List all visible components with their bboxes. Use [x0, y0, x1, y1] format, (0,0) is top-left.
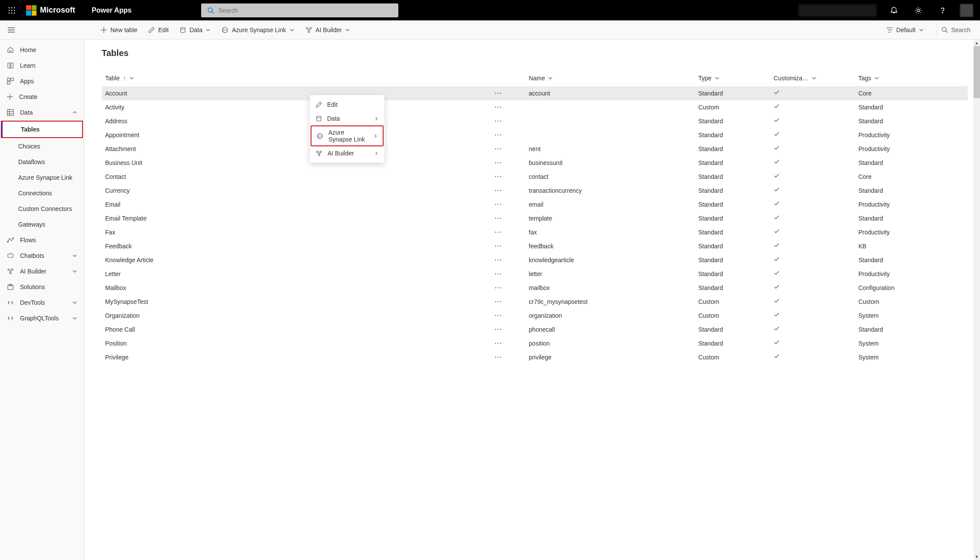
cell-type: Standard: [695, 114, 770, 128]
col-header-tags[interactable]: Tags: [855, 70, 968, 86]
nav-data[interactable]: Data: [0, 105, 84, 120]
more-options-icon[interactable]: ···: [491, 298, 506, 305]
more-options-icon[interactable]: ···: [491, 159, 506, 166]
more-options-icon[interactable]: ···: [491, 173, 506, 180]
table-row[interactable]: Currency···transactioncurrencyStandardSt…: [102, 184, 968, 198]
context-data[interactable]: Data: [310, 112, 384, 125]
global-search[interactable]: [201, 3, 398, 17]
nav-synapse-link[interactable]: Azure Synapse Link: [0, 170, 84, 185]
more-options-icon[interactable]: ···: [491, 340, 506, 347]
table-row[interactable]: Account···accountStandardCore: [102, 86, 968, 100]
col-header-name[interactable]: Name: [525, 70, 695, 86]
check-icon: [774, 353, 780, 359]
more-options-icon[interactable]: ···: [491, 145, 506, 152]
more-options-icon[interactable]: ···: [491, 118, 506, 125]
nav-ai-builder[interactable]: AI Builder: [0, 264, 84, 279]
more-options-icon[interactable]: ···: [491, 354, 506, 361]
nav-gateways[interactable]: Gateways: [0, 217, 84, 232]
col-header-customizable[interactable]: Customiza…: [770, 70, 855, 86]
table-row[interactable]: Knowledge Article···knowledgearticleStan…: [102, 253, 968, 267]
help-icon[interactable]: [936, 3, 950, 17]
sort-asc-icon: ↑: [123, 75, 126, 82]
table-row[interactable]: Email···emailStandardProductivity: [102, 198, 968, 211]
nav-choices[interactable]: Choices: [0, 138, 84, 154]
sidebar-toggle-icon[interactable]: [3, 27, 20, 33]
table-row[interactable]: Business Unit···businessunitStandardStan…: [102, 156, 968, 170]
table-row[interactable]: Organization···organizationCustomSystem: [102, 309, 968, 323]
scroll-down-arrow[interactable]: ▼: [973, 553, 980, 560]
scrollbar-thumb[interactable]: [973, 46, 980, 98]
nav-devtools[interactable]: DevTools: [0, 295, 84, 310]
nav-apps[interactable]: Apps: [0, 73, 84, 89]
cell-type: Standard: [695, 156, 770, 170]
app-launcher-icon[interactable]: [4, 3, 19, 18]
global-search-input[interactable]: [219, 7, 392, 14]
more-options-icon[interactable]: ···: [491, 284, 506, 291]
more-options-icon[interactable]: ···: [491, 187, 506, 194]
environment-picker[interactable]: [798, 4, 877, 16]
more-options-icon[interactable]: ···: [491, 229, 506, 236]
more-options-icon[interactable]: ···: [491, 270, 506, 277]
more-options-icon[interactable]: ···: [491, 215, 506, 222]
more-options-icon[interactable]: ···: [491, 104, 506, 111]
scroll-up-arrow[interactable]: ▲: [973, 40, 980, 46]
user-avatar[interactable]: [960, 4, 973, 17]
table-row[interactable]: Appointment···StandardProductivity: [102, 128, 968, 142]
view-selector[interactable]: Default: [881, 24, 928, 36]
table-row[interactable]: Feedback···feedbackStandardKB: [102, 239, 968, 253]
table-row[interactable]: Activity···CustomStandard: [102, 100, 968, 114]
settings-icon[interactable]: [911, 3, 925, 17]
more-options-icon[interactable]: ···: [491, 90, 506, 97]
more-options-icon[interactable]: ···: [491, 312, 506, 319]
data-button[interactable]: Data: [175, 24, 215, 36]
nav-graphql[interactable]: GraphQLTools: [0, 310, 84, 326]
table-row[interactable]: Fax···faxStandardProductivity: [102, 225, 968, 239]
azure-synapse-button[interactable]: Azure Synapse Link: [216, 24, 299, 36]
vertical-scrollbar[interactable]: ▲ ▼: [973, 40, 980, 560]
nav-custom-connectors[interactable]: Custom Connectors: [0, 201, 84, 217]
nav-dataflows[interactable]: Dataflows: [0, 154, 84, 170]
chevron-right-icon: [374, 117, 378, 121]
col-header-type[interactable]: Type: [695, 70, 770, 86]
table-row[interactable]: Attachment···nentStandardProductivity: [102, 142, 968, 156]
table-row[interactable]: Address···StandardStandard: [102, 114, 968, 128]
table-row[interactable]: Phone Call···phonecallStandardStandard: [102, 323, 968, 336]
check-icon: [774, 131, 780, 137]
check-icon: [774, 312, 780, 318]
context-ai-builder[interactable]: AI Builder: [310, 146, 384, 160]
nav-solutions[interactable]: Solutions: [0, 279, 84, 295]
table-row[interactable]: Letter···letterStandardProductivity: [102, 267, 968, 281]
edit-button[interactable]: Edit: [143, 24, 174, 36]
cell-name: [525, 128, 695, 142]
more-options-icon[interactable]: ···: [491, 326, 506, 333]
table-row[interactable]: Contact···contactStandardCore: [102, 170, 968, 184]
table-row[interactable]: Email Template···templateStandardStandar…: [102, 211, 968, 225]
context-azure-synapse[interactable]: Azure Synapse Link: [311, 125, 384, 146]
table-row[interactable]: Mailbox···mailboxStandardConfiguration: [102, 281, 968, 295]
nav-tables[interactable]: Tables: [1, 121, 83, 138]
azure-label: Azure Synapse Link: [232, 26, 286, 33]
cell-table: Phone Call: [102, 323, 488, 336]
table-row[interactable]: Privilege···privilegeCustomSystem: [102, 350, 968, 364]
nav-chatbots[interactable]: Chatbots: [0, 248, 84, 264]
nav-learn[interactable]: Learn: [0, 58, 84, 73]
nav-home[interactable]: Home: [0, 42, 84, 58]
cell-name: phonecall: [525, 323, 695, 336]
col-header-table[interactable]: Table ↑: [102, 70, 488, 86]
more-options-icon[interactable]: ···: [491, 257, 506, 264]
more-options-icon[interactable]: ···: [491, 243, 506, 250]
nav-connections[interactable]: Connections: [0, 185, 84, 201]
context-edit[interactable]: Edit: [310, 98, 384, 112]
cell-table: Mailbox: [102, 281, 488, 295]
nav-flows[interactable]: Flows: [0, 232, 84, 248]
ai-builder-button[interactable]: AI Builder: [300, 24, 355, 36]
more-options-icon[interactable]: ···: [491, 201, 506, 208]
more-options-icon[interactable]: ···: [491, 132, 506, 138]
notifications-icon[interactable]: [887, 3, 901, 17]
nav-create[interactable]: Create: [0, 89, 84, 105]
table-row[interactable]: Position···positionStandardSystem: [102, 336, 968, 350]
table-row[interactable]: MySynapseTest···cr79c_mysynapsetestCusto…: [102, 295, 968, 309]
chevron-down-icon: [73, 269, 77, 273]
grid-search[interactable]: Search: [937, 24, 975, 36]
new-table-button[interactable]: New table: [96, 24, 142, 36]
